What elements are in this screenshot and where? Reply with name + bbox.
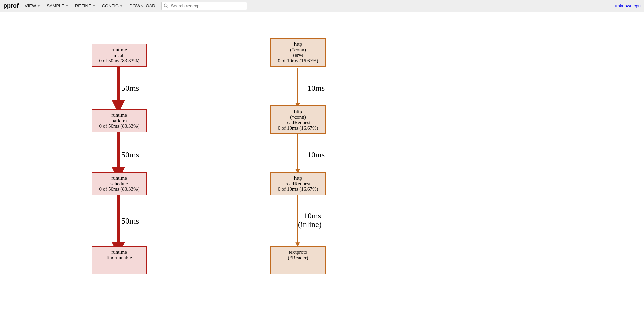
node-line: serve (273, 52, 323, 58)
search-container (161, 2, 247, 10)
node-line: readRequest (273, 181, 323, 187)
graph-node[interactable]: runtime mcall 0 of 50ms (83.33%) (92, 44, 147, 67)
node-line: 0 of 50ms (83.33%) (94, 58, 144, 64)
graph-node[interactable]: runtime schedule 0 of 50ms (83.33%) (92, 172, 147, 195)
menu-label: DOWNLOAD (129, 3, 155, 8)
graph-node[interactable]: http (*conn) serve 0 of 10ms (16.67%) (270, 38, 326, 67)
edge-label: 10ms (inline) (304, 212, 322, 229)
menu-label: VIEW (25, 3, 36, 8)
node-line: findrunnable (94, 255, 144, 261)
node-line: 0 of 10ms (16.67%) (273, 186, 323, 192)
graph-node[interactable]: runtime park_m 0 of 50ms (83.33%) (92, 109, 147, 132)
edge-label: 50ms (121, 84, 139, 92)
graph-node[interactable]: runtime findrunnable (92, 246, 147, 274)
app-logo: pprof (3, 2, 19, 9)
search-input[interactable] (161, 2, 247, 10)
edge-label-line: 10ms (304, 211, 321, 220)
node-line: textproto (273, 249, 323, 255)
node-line: (*conn) (273, 114, 323, 120)
node-line: schedule (94, 181, 144, 187)
menu-label: CONFIG (102, 3, 119, 8)
node-line: runtime (94, 175, 144, 181)
node-line: 0 of 50ms (83.33%) (94, 186, 144, 192)
edge-label: 50ms (121, 151, 139, 159)
menu-bar: VIEW SAMPLE REFINE CONFIG DOWNLOAD (25, 3, 155, 8)
node-line: runtime (94, 112, 144, 118)
node-line: mcall (94, 53, 144, 58)
node-line: (*conn) (273, 47, 323, 53)
menu-label: SAMPLE (47, 3, 64, 8)
graph-node[interactable]: http readRequest 0 of 10ms (16.67%) (270, 172, 326, 195)
graph-node[interactable]: http (*conn) readRequest 0 of 10ms (16.6… (270, 105, 326, 134)
edge-label: 10ms (307, 151, 325, 159)
node-line: runtime (94, 249, 144, 255)
node-line: http (273, 41, 323, 47)
node-line: 0 of 10ms (16.67%) (273, 125, 323, 131)
menu-download[interactable]: DOWNLOAD (129, 3, 155, 8)
node-line: 0 of 10ms (16.67%) (273, 58, 323, 64)
menu-sample[interactable]: SAMPLE (47, 3, 68, 8)
profile-link[interactable]: unknown cpu (615, 3, 641, 8)
menu-refine[interactable]: REFINE (75, 3, 95, 8)
menu-view[interactable]: VIEW (25, 3, 40, 8)
menu-label: REFINE (75, 3, 91, 8)
node-line: http (273, 175, 323, 181)
graph-node[interactable]: textproto (*Reader) (270, 246, 326, 274)
graph-canvas[interactable]: runtime mcall 0 of 50ms (83.33%) runtime… (0, 12, 644, 316)
chevron-down-icon (120, 5, 123, 7)
chevron-down-icon (66, 5, 68, 7)
top-bar: pprof VIEW SAMPLE REFINE CONFIG DOWNLOAD… (0, 0, 644, 12)
menu-config[interactable]: CONFIG (102, 3, 123, 8)
node-line: (*Reader) (273, 255, 323, 261)
chevron-down-icon (37, 5, 40, 7)
chevron-down-icon (93, 5, 95, 7)
node-line: 0 of 50ms (83.33%) (94, 123, 144, 129)
node-line: runtime (94, 47, 144, 53)
node-line: http (273, 109, 323, 114)
edge-label: 50ms (121, 217, 139, 225)
node-line: readRequest (273, 120, 323, 125)
edge-label: 10ms (307, 84, 325, 92)
node-line: park_m (94, 118, 144, 124)
edge-label-line: (inline) (298, 220, 322, 229)
